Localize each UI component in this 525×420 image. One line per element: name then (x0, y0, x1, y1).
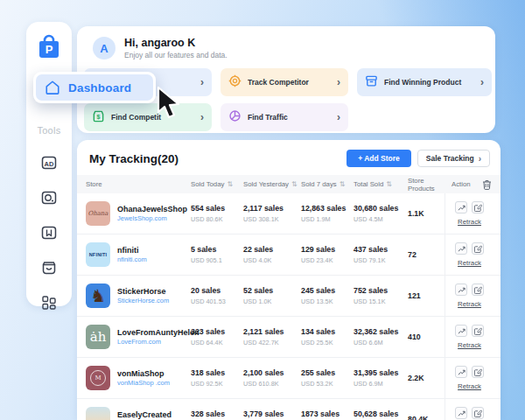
chart-button[interactable] (455, 407, 467, 419)
sidebar-item-ad[interactable]: AD (40, 155, 58, 171)
retrack-link[interactable]: Retrack (458, 300, 481, 308)
chart-button[interactable] (455, 201, 467, 214)
sold-today-value: 20 sales (191, 286, 243, 295)
store-products-value: 410 (408, 332, 444, 341)
sold-today-value: 328 sales (191, 410, 243, 418)
total-sold-usd: USD 79.1K (354, 256, 408, 264)
col-store[interactable]: Store (86, 180, 191, 188)
bag-icon (41, 260, 57, 276)
feature-card-track-competitor[interactable]: Track Competitor › (220, 68, 348, 96)
store-domain-link[interactable]: vonMiaShop .com (117, 379, 170, 387)
total-sold-value: 437 sales (354, 245, 408, 254)
store-domain-link[interactable]: LoveFrom.com (117, 338, 200, 346)
sold-yesterday-value: 22 sales (243, 245, 301, 254)
shop-dollar-icon: $ (92, 109, 105, 122)
table-header-row: Store Sold Today⇅ Sold Yesterday⇅ Sold 7… (77, 175, 500, 193)
store-name: OhanaJewelsShop (117, 205, 187, 214)
chart-button[interactable] (455, 325, 467, 337)
edit-button[interactable] (472, 201, 484, 214)
box-icon (365, 74, 378, 88)
sold-7-days-value: 245 sales (301, 286, 354, 295)
sold-yesterday-usd: USD 4.0K (243, 256, 301, 264)
sidebar-item-snapshot[interactable] (40, 190, 58, 206)
sold-yesterday-value: 52 sales (243, 286, 301, 295)
trending-up-icon (458, 286, 466, 294)
edit-icon (474, 245, 482, 253)
sold-7-days-value: 255 sales (301, 368, 354, 377)
edit-icon (474, 327, 482, 335)
store-domain-link[interactable]: StickerHorse.com (117, 297, 169, 304)
snapshot-icon (41, 190, 57, 206)
chart-button[interactable] (455, 284, 467, 296)
store-products-value: 121 (408, 291, 444, 300)
trending-up-icon (458, 368, 466, 376)
sold-7-days-value: 1873 sales (301, 410, 354, 418)
table-row: Ohana OhanaJewelsShop JewelsShop.com 554… (77, 193, 500, 234)
sold-7-days-value: 129 sales (301, 245, 354, 254)
sold-yesterday-usd: USD 610.8K (243, 380, 301, 388)
col-total-sold[interactable]: Total Sold⇅ (354, 180, 408, 188)
greeting-subtitle: Enjoy all our features and data. (124, 51, 228, 60)
sold-yesterday-value: 2,100 sales (243, 368, 301, 377)
avatar[interactable]: A (93, 37, 116, 60)
feature-card-label: Find Winning Product (384, 78, 474, 87)
col-store-products[interactable]: Store Products (408, 177, 444, 192)
sidebar-item-bookmark[interactable] (40, 225, 58, 241)
feature-card-label: Find Traffic (248, 113, 331, 122)
feature-card-find-competit[interactable]: $ Find Competit › (84, 103, 212, 131)
total-sold-value: 32,362 sales (354, 327, 408, 336)
table-row: M vonMiaShop vonMiaShop .com 318 salesUS… (77, 358, 500, 399)
store-name: nfiniti (117, 246, 147, 256)
sold-today-usd: USD 64.4K (191, 339, 243, 346)
svg-text:AD: AD (45, 160, 54, 168)
sidebar-item-store[interactable] (40, 260, 58, 276)
sold-today-value: 323 sales (191, 327, 243, 336)
sold-today-value: 554 sales (191, 204, 243, 213)
pie-chart-icon (228, 109, 242, 122)
store-domain-link[interactable]: nfiniti.com (117, 256, 147, 263)
store-name: vonMiaShop (117, 369, 170, 379)
edit-button[interactable] (472, 242, 484, 255)
sold-today-usd: USD 92.5K (191, 380, 243, 388)
col-sold-yesterday[interactable]: Sold Yesterday⇅ (243, 180, 301, 188)
store-domain-link[interactable]: JewelsShop.com (117, 214, 187, 222)
target-icon (228, 74, 242, 88)
retrack-link[interactable]: Retrack (458, 259, 481, 267)
mouse-cursor-icon (154, 86, 184, 124)
dashboard-popover[interactable]: Dashboard (33, 72, 156, 103)
col-sold-7-days[interactable]: Sold 7 days⇅ (301, 180, 354, 188)
sort-icon: ⇅ (291, 180, 298, 188)
feature-card-find-winning-product[interactable]: Find Winning Product › (357, 68, 492, 96)
edit-button[interactable] (472, 284, 484, 296)
total-sold-usd: USD 6.9M (354, 380, 408, 388)
feature-card-find-traffic[interactable]: Find Traffic › (220, 103, 348, 131)
store-logo: Ohana (86, 201, 110, 226)
svg-text:$: $ (97, 113, 101, 120)
add-store-button[interactable]: + Add Store (346, 150, 411, 167)
sold-today-value: 5 sales (191, 245, 243, 254)
trash-icon[interactable] (482, 179, 492, 190)
store-logo (86, 407, 110, 420)
col-sold-today[interactable]: Sold Today⇅ (191, 180, 243, 188)
app-logo-bag-icon[interactable]: P (38, 34, 60, 62)
total-sold-value: 31,395 sales (354, 368, 408, 377)
total-sold-value: 752 sales (354, 286, 408, 295)
sidebar-item-apps[interactable] (40, 295, 58, 311)
edit-button[interactable] (472, 325, 484, 337)
retrack-link[interactable]: Retrack (458, 341, 481, 349)
sold-yesterday-usd: USD 308.1K (243, 215, 301, 223)
retrack-link[interactable]: Retrack (458, 382, 481, 390)
sale-tracking-button[interactable]: Sale Tracking › (417, 150, 490, 167)
sold-yesterday-usd: USD 422.7K (243, 339, 301, 346)
chart-button[interactable] (455, 242, 467, 255)
store-products-value: 72 (408, 250, 444, 259)
store-logo: ♞ (86, 284, 110, 308)
chevron-right-icon: › (480, 77, 484, 88)
sold-7-days-usd: USD 23.4K (301, 256, 354, 264)
edit-button[interactable] (472, 407, 484, 419)
chart-button[interactable] (455, 366, 467, 378)
edit-button[interactable] (472, 366, 484, 378)
retrack-link[interactable]: Retrack (458, 218, 481, 226)
sold-today-usd: USD 905.1 (191, 256, 243, 264)
edit-icon (474, 368, 482, 376)
